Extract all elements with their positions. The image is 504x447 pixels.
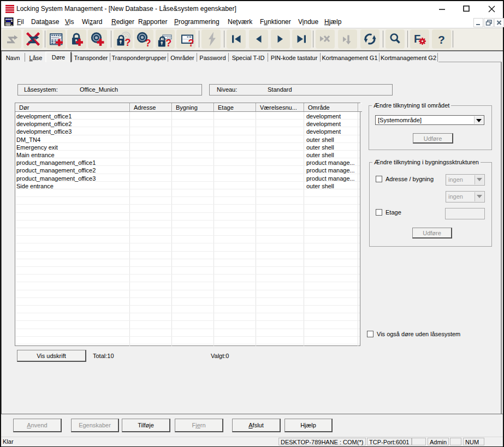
svg-text:?: ? [145, 38, 151, 49]
svg-text:?: ? [125, 37, 131, 48]
svg-text:?: ? [438, 33, 445, 46]
svg-text:F: F [414, 33, 420, 45]
svg-text:?: ? [188, 38, 194, 49]
svg-text:?: ? [165, 38, 171, 49]
